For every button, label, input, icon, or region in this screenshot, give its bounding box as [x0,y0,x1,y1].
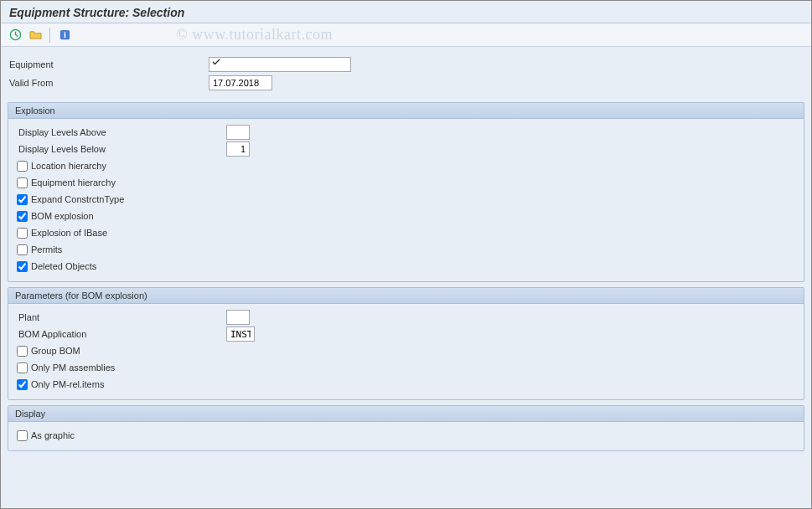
expand-constrctn-checkbox[interactable] [17,194,28,205]
equipment-row: Equipment [8,55,804,74]
plant-input[interactable] [226,310,250,325]
bom-application-input[interactable] [226,326,255,342]
levels-above-label: Display Levels Above [17,127,226,137]
info-button[interactable]: i [55,27,74,44]
levels-below-input[interactable] [226,141,250,157]
explosion-ibase-label: Explosion of IBase [31,228,107,238]
explosion-ibase-checkbox[interactable] [17,228,28,239]
levels-below-label: Display Levels Below [17,144,226,154]
equipment-input[interactable] [209,57,351,72]
info-icon: i [59,28,71,41]
display-header: Display [8,406,804,422]
bom-explosion-checkbox[interactable] [17,211,28,222]
execute-button[interactable] [6,27,24,44]
location-hierarchy-label: Location hierarchy [31,161,106,171]
location-hierarchy-checkbox[interactable] [17,161,28,172]
only-pm-assemblies-label: Only PM assemblies [31,362,115,373]
valid-from-row: Valid From [8,74,804,92]
equipment-label: Equipment [8,59,209,69]
group-bom-label: Group BOM [31,346,80,356]
variant-button[interactable] [26,27,44,44]
group-bom-checkbox[interactable] [17,346,28,357]
svg-text:i: i [64,30,66,39]
levels-above-input[interactable] [226,125,250,140]
watermark-text: © www.tutorialkart.com [176,26,333,44]
display-group: Display As graphic [8,405,804,451]
as-graphic-label: As graphic [31,430,75,440]
valid-from-input[interactable] [209,75,272,90]
parameters-group: Parameters (for BOM explosion) Plant BOM… [8,287,804,400]
bom-application-label: BOM Application [17,329,226,339]
equipment-hierarchy-checkbox[interactable] [17,177,28,188]
deleted-objects-checkbox[interactable] [17,261,28,272]
permits-label: Permits [31,244,62,254]
permits-checkbox[interactable] [17,244,28,255]
as-graphic-checkbox[interactable] [17,430,28,441]
explosion-group: Explosion Display Levels Above Display L… [8,102,804,282]
title-bar: Equipment Structure: Selection [1,1,811,23]
clock-execute-icon [9,28,22,41]
folder-icon [29,28,42,41]
expand-constrctn-label: Expand ConstrctnType [31,194,124,204]
bom-explosion-label: BOM explosion [31,211,94,221]
equipment-hierarchy-label: Equipment hierarchy [31,177,116,188]
only-pm-assemblies-checkbox[interactable] [17,362,28,373]
valid-from-label: Valid From [8,78,209,88]
content-area: Equipment Valid From Explosion Display L… [1,47,811,460]
explosion-header: Explosion [8,103,804,119]
page-title: Equipment Structure: Selection [9,6,803,19]
deleted-objects-label: Deleted Objects [31,261,96,271]
only-pm-rel-items-label: Only PM-rel.items [31,379,104,389]
parameters-header: Parameters (for BOM explosion) [8,288,804,304]
toolbar-separator [49,28,50,43]
toolbar: i © www.tutorialkart.com [1,23,811,47]
only-pm-rel-items-checkbox[interactable] [17,379,28,390]
plant-label: Plant [17,312,226,322]
